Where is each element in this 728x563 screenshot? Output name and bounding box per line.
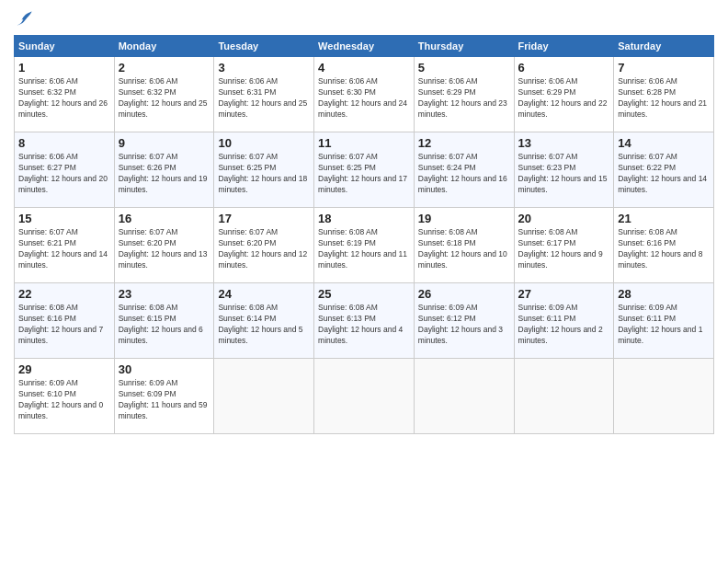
calendar-week-row: 29 Sunrise: 6:09 AMSunset: 6:10 PMDaylig… [15,359,714,434]
calendar-cell [414,359,514,434]
calendar-cell: 5 Sunrise: 6:06 AMSunset: 6:29 PMDayligh… [414,57,514,132]
day-detail: Sunrise: 6:06 AMSunset: 6:30 PMDaylight:… [318,76,410,121]
calendar-cell: 24 Sunrise: 6:08 AMSunset: 6:14 PMDaylig… [214,283,314,359]
day-detail: Sunrise: 6:08 AMSunset: 6:19 PMDaylight:… [318,227,410,271]
day-number: 3 [218,61,310,75]
day-detail: Sunrise: 6:07 AMSunset: 6:25 PMDaylight:… [318,152,410,196]
calendar-cell: 26 Sunrise: 6:09 AMSunset: 6:12 PMDaylig… [414,283,514,359]
day-number: 19 [418,212,510,225]
calendar-header-row: SundayMondayTuesdayWednesdayThursdayFrid… [15,36,714,57]
day-header-saturday: Saturday [614,36,714,57]
day-detail: Sunrise: 6:08 AMSunset: 6:17 PMDaylight:… [518,227,610,271]
day-header-tuesday: Tuesday [214,36,314,57]
day-detail: Sunrise: 6:07 AMSunset: 6:22 PMDaylight:… [618,152,710,196]
calendar-cell: 14 Sunrise: 6:07 AMSunset: 6:22 PMDaylig… [614,132,714,208]
day-detail: Sunrise: 6:06 AMSunset: 6:32 PMDaylight:… [119,76,210,121]
day-detail: Sunrise: 6:07 AMSunset: 6:23 PMDaylight:… [518,152,610,196]
day-header-thursday: Thursday [414,36,514,57]
day-number: 14 [618,136,710,150]
day-number: 17 [218,212,310,225]
calendar: SundayMondayTuesdayWednesdayThursdayFrid… [14,35,714,434]
day-detail: Sunrise: 6:07 AMSunset: 6:24 PMDaylight:… [418,152,510,196]
day-number: 23 [119,287,210,301]
day-number: 6 [518,61,610,75]
day-number: 26 [418,287,510,301]
logo [14,9,34,28]
header [14,9,714,28]
day-number: 27 [518,287,610,301]
calendar-cell: 15 Sunrise: 6:07 AMSunset: 6:21 PMDaylig… [15,208,115,283]
day-number: 30 [119,362,210,376]
day-detail: Sunrise: 6:07 AMSunset: 6:20 PMDaylight:… [119,227,210,271]
day-detail: Sunrise: 6:06 AMSunset: 6:27 PMDaylight:… [18,152,110,196]
day-number: 5 [418,61,510,75]
day-number: 11 [318,136,410,150]
day-number: 13 [518,136,610,150]
day-detail: Sunrise: 6:06 AMSunset: 6:31 PMDaylight:… [218,76,310,121]
calendar-cell: 30 Sunrise: 6:09 AMSunset: 6:09 PMDaylig… [114,359,214,434]
day-detail: Sunrise: 6:06 AMSunset: 6:29 PMDaylight:… [518,76,610,121]
calendar-cell: 7 Sunrise: 6:06 AMSunset: 6:28 PMDayligh… [614,57,714,132]
calendar-cell: 1 Sunrise: 6:06 AMSunset: 6:32 PMDayligh… [15,57,115,132]
day-number: 29 [18,362,110,376]
day-detail: Sunrise: 6:06 AMSunset: 6:29 PMDaylight:… [418,76,510,121]
calendar-cell [214,359,314,434]
day-number: 9 [119,136,210,150]
calendar-cell: 27 Sunrise: 6:09 AMSunset: 6:11 PMDaylig… [514,283,614,359]
calendar-cell: 28 Sunrise: 6:09 AMSunset: 6:11 PMDaylig… [614,283,714,359]
calendar-cell: 18 Sunrise: 6:08 AMSunset: 6:19 PMDaylig… [314,208,415,283]
day-header-friday: Friday [514,36,614,57]
day-number: 25 [318,287,410,301]
calendar-cell: 29 Sunrise: 6:09 AMSunset: 6:10 PMDaylig… [15,359,115,434]
calendar-cell: 6 Sunrise: 6:06 AMSunset: 6:29 PMDayligh… [514,57,614,132]
page: SundayMondayTuesdayWednesdayThursdayFrid… [0,0,728,563]
calendar-cell: 11 Sunrise: 6:07 AMSunset: 6:25 PMDaylig… [314,132,415,208]
day-detail: Sunrise: 6:08 AMSunset: 6:16 PMDaylight:… [618,227,710,271]
calendar-cell: 9 Sunrise: 6:07 AMSunset: 6:26 PMDayligh… [114,132,214,208]
calendar-cell: 17 Sunrise: 6:07 AMSunset: 6:20 PMDaylig… [214,208,314,283]
day-number: 20 [518,212,610,225]
day-number: 24 [218,287,310,301]
calendar-cell: 12 Sunrise: 6:07 AMSunset: 6:24 PMDaylig… [414,132,514,208]
day-detail: Sunrise: 6:08 AMSunset: 6:18 PMDaylight:… [418,227,510,271]
calendar-week-row: 15 Sunrise: 6:07 AMSunset: 6:21 PMDaylig… [15,208,714,283]
day-detail: Sunrise: 6:09 AMSunset: 6:11 PMDaylight:… [518,303,610,347]
calendar-cell [614,359,714,434]
day-number: 4 [318,61,410,75]
day-number: 15 [18,212,110,225]
calendar-week-row: 22 Sunrise: 6:08 AMSunset: 6:16 PMDaylig… [15,283,714,359]
calendar-cell: 4 Sunrise: 6:06 AMSunset: 6:30 PMDayligh… [314,57,415,132]
calendar-cell: 16 Sunrise: 6:07 AMSunset: 6:20 PMDaylig… [114,208,214,283]
day-number: 28 [618,287,710,301]
logo-bird-icon [16,9,34,28]
calendar-cell: 20 Sunrise: 6:08 AMSunset: 6:17 PMDaylig… [514,208,614,283]
calendar-cell: 2 Sunrise: 6:06 AMSunset: 6:32 PMDayligh… [114,57,214,132]
day-number: 2 [119,61,210,75]
calendar-cell: 21 Sunrise: 6:08 AMSunset: 6:16 PMDaylig… [614,208,714,283]
day-detail: Sunrise: 6:08 AMSunset: 6:16 PMDaylight:… [18,303,110,347]
day-number: 10 [218,136,310,150]
day-number: 12 [418,136,510,150]
calendar-week-row: 1 Sunrise: 6:06 AMSunset: 6:32 PMDayligh… [15,57,714,132]
calendar-cell: 8 Sunrise: 6:06 AMSunset: 6:27 PMDayligh… [15,132,115,208]
day-number: 22 [18,287,110,301]
calendar-week-row: 8 Sunrise: 6:06 AMSunset: 6:27 PMDayligh… [15,132,714,208]
day-header-sunday: Sunday [15,36,115,57]
calendar-cell: 10 Sunrise: 6:07 AMSunset: 6:25 PMDaylig… [214,132,314,208]
day-detail: Sunrise: 6:07 AMSunset: 6:20 PMDaylight:… [218,227,310,271]
calendar-cell: 19 Sunrise: 6:08 AMSunset: 6:18 PMDaylig… [414,208,514,283]
day-detail: Sunrise: 6:09 AMSunset: 6:09 PMDaylight:… [119,378,210,422]
day-detail: Sunrise: 6:06 AMSunset: 6:32 PMDaylight:… [18,76,110,121]
day-detail: Sunrise: 6:07 AMSunset: 6:21 PMDaylight:… [18,227,110,271]
calendar-cell: 25 Sunrise: 6:08 AMSunset: 6:13 PMDaylig… [314,283,415,359]
day-number: 1 [18,61,110,75]
day-number: 18 [318,212,410,225]
day-number: 7 [618,61,710,75]
day-number: 21 [618,212,710,225]
day-header-monday: Monday [114,36,214,57]
day-detail: Sunrise: 6:09 AMSunset: 6:12 PMDaylight:… [418,303,510,347]
calendar-cell: 13 Sunrise: 6:07 AMSunset: 6:23 PMDaylig… [514,132,614,208]
day-detail: Sunrise: 6:06 AMSunset: 6:28 PMDaylight:… [618,76,710,121]
day-detail: Sunrise: 6:09 AMSunset: 6:11 PMDaylight:… [618,303,710,347]
calendar-cell [314,359,415,434]
